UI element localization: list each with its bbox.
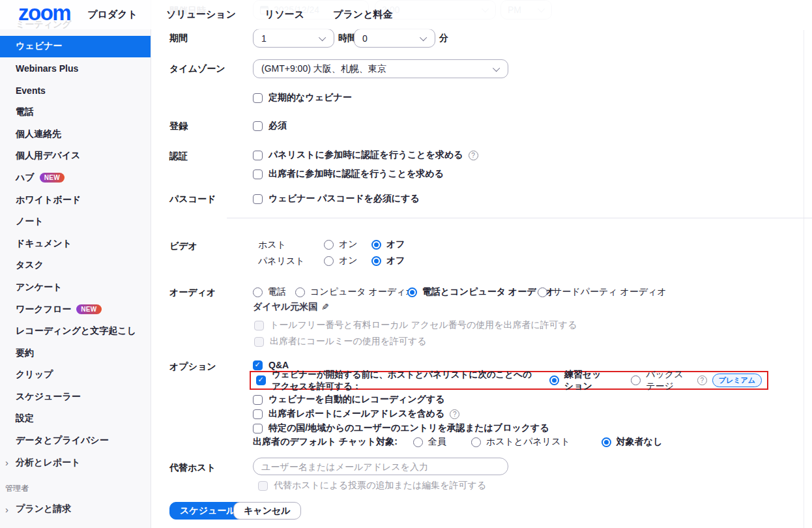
chevron-right-icon: › [5,457,8,468]
help-icon[interactable]: ? [450,409,459,419]
sidebar-item-scheduler[interactable]: スケジューラー [0,386,151,408]
sidebar-item-webinars[interactable]: ウェビナー [0,36,151,58]
audio-computer-radio[interactable] [295,287,305,297]
passcode-checkbox[interactable] [253,194,263,204]
sidebar-item-recordings[interactable]: レコーディングと文字起こし [0,320,151,342]
video-panelist-on-radio[interactable] [324,256,334,266]
chat-noone-radio[interactable] [602,437,611,447]
sidebar-item-analytics[interactable]: ›分析とレポート [0,452,151,474]
video-host-on: オン [324,239,358,250]
chevron-down-icon [420,33,427,40]
chevron-right-icon: › [5,504,8,515]
passcode-label: パスコード [169,194,216,205]
sidebar-item-surveys[interactable]: アンケート [0,276,151,299]
auth-label: 認証 [169,151,188,162]
header-nav: プロダクト ソリューション リソース プランと料金 [87,8,392,21]
sidebar-item-contacts[interactable]: 個人連絡先 [0,123,151,145]
sidebar-item-workflows[interactable]: ワークフローNEW [0,299,151,321]
zoom-logo[interactable]: zoom [18,2,70,27]
nav-products[interactable]: プロダクト [87,8,138,21]
audio-label: オーディオ [169,287,216,299]
options-label: オプション [169,361,216,373]
include-email-checkbox[interactable] [253,409,263,419]
timezone-select[interactable]: (GMT+9:00) 大阪、札幌、東京 [253,59,508,78]
block-entry-row: 特定の国/地域からのユーザーのエントリを承認またはブロックする [253,422,549,434]
backstage-radio[interactable] [631,375,641,385]
sidebar-item-data-privacy[interactable]: データとプライバシー [0,430,151,452]
video-host-off-radio[interactable] [371,240,381,250]
auth-attendee-row: 出席者に参加時に認証を行うことを求める [253,168,444,180]
audio-both: 電話とコンピュータ オーディオ [407,286,555,298]
video-panelist-off-radio[interactable] [371,256,381,266]
video-host-on-radio[interactable] [324,240,334,250]
sidebar-item-settings[interactable]: 設定 [0,408,151,430]
sidebar-item-hub[interactable]: ハブNEW [0,167,151,189]
nav-solutions[interactable]: ソリューション [166,8,236,21]
chevron-down-icon [493,64,500,71]
auth-attendee-checkbox[interactable] [253,169,263,179]
sidebar-item-devices[interactable]: 個人用デバイス [0,145,151,168]
tollfree-checkbox [254,321,264,330]
callme-row: 出席者にコールミーの使用を許可する [254,336,427,347]
sidebar-item-plans-billing[interactable]: ›プランと請求 [0,498,151,520]
tollfree-row: トールフリー番号と有料ローカル アクセル番号の使用を出席者に許可する [254,319,577,331]
sidebar-item-events[interactable]: Events [0,80,151,102]
auth-panelist-checkbox[interactable] [253,151,263,160]
sidebar-item-phone[interactable]: 電話 [0,101,151,123]
top-header: zoom プロダクト ソリューション リソース プランと料金 [0,0,812,29]
auth-panelist-row: パネリストに参加時に認証を行うことを求める ? [253,149,478,161]
sidebar-item-whiteboard[interactable]: ホワイトボード [0,189,151,211]
nav-plans-pricing[interactable]: プランと料金 [333,8,392,21]
new-badge: NEW [40,173,65,183]
zoom-webinar-schedule-page: 開催日時 2025/12/24 3:00 PM ミーティング ウェビナー Web… [0,0,812,528]
premium-badge: プレミアム [712,374,762,387]
alt-host-input[interactable] [253,458,508,475]
edit-icon[interactable]: ✎ [321,302,329,312]
sidebar-item-notes[interactable]: ノート [0,211,151,233]
sidebar-item-tasks[interactable]: タスク [0,255,151,277]
practice-access-text: ウェビナーが開始する前に、ホストとパネリストに次のことへのアクセスを許可する： [272,369,538,392]
sidebar-item-docs[interactable]: ドキュメント [0,233,151,255]
help-icon[interactable]: ? [697,375,707,385]
sidebar-item-summaries[interactable]: 要約 [0,342,151,364]
block-entry-checkbox[interactable] [253,424,263,433]
timezone-label: タイムゾーン [169,63,225,75]
practice-session-radio[interactable] [549,375,559,385]
chat-noone-option: 対象者なし [602,436,663,448]
duration-hours-select[interactable]: 1 [253,29,334,48]
alt-host-polls-row: 代替ホストによる投票の追加または編集を許可する [258,480,486,491]
chat-hosts-radio[interactable] [471,437,481,447]
audio-both-radio[interactable] [407,287,417,297]
duration-minutes-select[interactable]: 0 [354,29,435,48]
webinar-form: 期間 1 時間 0 分 タイムゾーン (GMT+9:00) 大阪、札幌、東京 定… [151,0,812,528]
nav-resources[interactable]: リソース [265,8,304,21]
sidebar-item-webinars-plus[interactable]: Webinars Plus [0,57,151,80]
dial-from-row: ダイヤル元米国 ✎ [253,301,329,313]
video-host-label: ホスト [258,239,286,251]
alt-host-polls-checkbox [258,481,268,491]
audio-thirdparty: サードパーティ オーディオ [538,286,667,298]
video-panelist-off: オフ [371,255,405,267]
help-icon[interactable]: ? [469,151,478,160]
sidebar-list: ミーティング ウェビナー Webinars Plus Events 電話 個人連… [0,0,151,520]
recurring-checkbox[interactable] [253,93,263,103]
sidebar-section-admin: 管理者 [0,478,151,498]
chat-everyone-radio[interactable] [413,437,423,447]
qa-checkbox[interactable] [253,360,263,370]
chat-target-row: 出席者のデフォルト チャット対象: 全員 ホストとパネリスト 対象者なし [253,436,662,448]
new-badge: NEW [76,304,101,314]
registration-required-checkbox[interactable] [253,121,263,131]
auto-record-checkbox[interactable] [253,395,263,405]
audio-phone-radio[interactable] [253,287,263,297]
registration-required-row: 必須 [253,120,287,132]
backstage-option: バックステージ [631,369,692,392]
alt-host-label: 代替ホスト [169,462,216,474]
video-panelist-on: オン [324,255,358,267]
cancel-button[interactable]: キャンセル [233,502,301,520]
practice-access-checkbox[interactable] [256,375,266,385]
sidebar-item-clips[interactable]: クリップ [0,364,151,387]
duration-label: 期間 [169,33,188,44]
registration-label: 登録 [169,121,188,132]
audio-thirdparty-radio[interactable] [538,287,547,297]
callme-checkbox [254,337,264,347]
